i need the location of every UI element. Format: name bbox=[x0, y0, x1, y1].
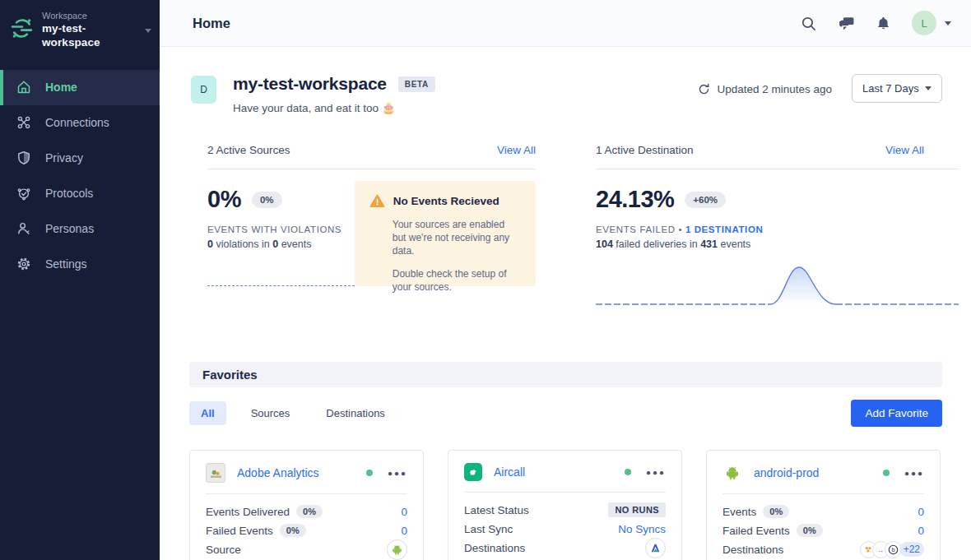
ellipsis-menu-icon[interactable]: ●●● bbox=[388, 469, 407, 478]
row-label: Latest Status bbox=[464, 504, 529, 516]
status-dot bbox=[366, 470, 373, 476]
favorite-card-adobe-analytics: Adobe Analytics ●●● Events Delivered 0% … bbox=[189, 450, 424, 560]
card-title-link[interactable]: Aircall bbox=[494, 465, 625, 479]
protocols-icon bbox=[16, 186, 31, 201]
search-button[interactable] bbox=[800, 15, 817, 32]
events-failed-metric-label: EVENTS FAILED • 1 DESTINATION bbox=[596, 224, 959, 234]
aircall-icon bbox=[464, 463, 482, 481]
row-value-link[interactable]: 0 bbox=[918, 525, 924, 537]
destination-count-link[interactable]: 1 DESTINATION bbox=[685, 224, 763, 234]
row-label: Source bbox=[206, 544, 241, 556]
row-label: Events Delivered bbox=[206, 506, 290, 518]
chat-button[interactable] bbox=[838, 15, 855, 32]
status-dot bbox=[625, 469, 631, 475]
warning-line1: Your sources are enabled but we're not r… bbox=[393, 218, 521, 258]
sidebar-item-label: Home bbox=[45, 81, 77, 94]
card-row: Source bbox=[206, 540, 407, 558]
workspace-switcher[interactable]: Workspace my-test-workspace bbox=[0, 0, 160, 63]
sidebar-item-label: Connections bbox=[45, 116, 109, 129]
row-value-link[interactable]: 0 bbox=[401, 506, 407, 518]
sidebar-item-personas[interactable]: Personas bbox=[0, 211, 160, 247]
segment-logo-icon bbox=[11, 17, 33, 43]
ellipsis-menu-icon[interactable]: ●●● bbox=[646, 468, 666, 477]
no-events-warning: No Events Recieved Your sources are enab… bbox=[355, 181, 536, 286]
events-failed-delta-badge: +60% bbox=[685, 192, 726, 208]
sidebar-item-label: Privacy bbox=[45, 151, 83, 164]
row-badge: 0% bbox=[763, 505, 789, 518]
sources-overview: 2 Active Sources View All 0% 0% EVENTS W… bbox=[207, 144, 536, 311]
sidebar-item-privacy[interactable]: Privacy bbox=[0, 141, 160, 176]
android-icon bbox=[722, 463, 742, 483]
card-row: Last Sync No Syncs bbox=[464, 520, 666, 538]
active-destination-header: 1 Active Destination bbox=[596, 144, 694, 156]
personas-icon bbox=[16, 221, 31, 236]
violations-delta-badge: 0% bbox=[252, 192, 282, 208]
home-icon bbox=[16, 80, 31, 95]
row-badge: 0% bbox=[296, 505, 323, 518]
card-row: Destinations bbox=[464, 539, 666, 557]
card-row: Failed Events 0% 0 bbox=[206, 521, 407, 539]
row-value-link[interactable]: 0 bbox=[401, 525, 407, 537]
favorite-card-android-prod: android-prod ●●● Events 0% 0 Failed Even… bbox=[706, 450, 941, 560]
privacy-icon bbox=[16, 150, 31, 165]
row-label: Destinations bbox=[464, 542, 525, 554]
sidebar-item-settings[interactable]: Settings bbox=[0, 247, 160, 282]
row-value-link[interactable]: 0 bbox=[918, 506, 924, 518]
add-favorite-button[interactable]: Add Favorite bbox=[851, 400, 942, 427]
events-failed-value: 24.13% bbox=[596, 186, 674, 213]
sidebar: Workspace my-test-workspace Home Connect… bbox=[0, 0, 160, 560]
sources-view-all-link[interactable]: View All bbox=[497, 144, 536, 156]
workspace-name: my-test-workspace bbox=[42, 22, 134, 50]
row-label: Failed Events bbox=[722, 525, 790, 537]
aircall-destination-icon[interactable] bbox=[645, 538, 666, 558]
chat-icon bbox=[838, 15, 855, 32]
warning-line2: Double check the setup of your sources. bbox=[393, 267, 521, 294]
card-title-link[interactable]: android-prod bbox=[754, 466, 883, 479]
card-row: Latest Status NO RUNS bbox=[464, 501, 666, 519]
active-sources-header: 2 Active Sources bbox=[207, 144, 290, 156]
row-label: Failed Events bbox=[206, 525, 273, 537]
card-row: Events 0% 0 bbox=[722, 502, 924, 521]
row-value-link[interactable]: No Syncs bbox=[618, 523, 666, 535]
notifications-button[interactable] bbox=[876, 16, 891, 31]
workspace-title: my-test-workspace bbox=[233, 74, 387, 94]
tab-all[interactable]: All bbox=[189, 401, 226, 425]
sidebar-item-protocols[interactable]: Protocols bbox=[0, 176, 160, 211]
user-menu[interactable]: L bbox=[912, 11, 951, 35]
ellipsis-menu-icon[interactable]: ●●● bbox=[904, 469, 924, 478]
row-label: Last Sync bbox=[464, 523, 513, 535]
sidebar-item-label: Personas bbox=[45, 222, 94, 235]
row-badge: 0% bbox=[280, 524, 306, 537]
favorites-section-header: Favorites bbox=[189, 362, 942, 387]
chevron-down-icon bbox=[925, 86, 932, 94]
destinations-view-all-link[interactable]: View All bbox=[885, 144, 924, 156]
refresh-status[interactable]: Updated 2 minutes ago bbox=[698, 83, 832, 95]
sidebar-nav: Home Connections Privacy Protocols Perso… bbox=[0, 70, 160, 282]
card-row: Events Delivered 0% 0 bbox=[206, 502, 407, 521]
events-failed-detail: 104 failed deliveries in 431 events bbox=[596, 238, 959, 250]
search-icon bbox=[800, 15, 817, 32]
violations-stat: 0% 0% EVENTS WITH VIOLATIONS 0 violation… bbox=[207, 181, 355, 286]
favorites-title: Favorites bbox=[202, 368, 258, 382]
avatar: L bbox=[912, 11, 936, 35]
time-range-select[interactable]: Last 7 Days bbox=[852, 74, 942, 103]
violations-detail: 0 violations in 0 events bbox=[207, 238, 355, 250]
tab-sources[interactable]: Sources bbox=[239, 401, 302, 425]
refresh-icon bbox=[698, 83, 710, 95]
sidebar-item-label: Protocols bbox=[45, 187, 93, 200]
android-icon[interactable] bbox=[387, 539, 407, 560]
warning-title: No Events Recieved bbox=[393, 195, 499, 207]
connections-icon bbox=[16, 115, 31, 130]
destination-cluster[interactable]: ‥ b +22 bbox=[860, 541, 924, 558]
tab-destinations[interactable]: Destinations bbox=[314, 401, 397, 425]
card-row: Failed Events 0% 0 bbox=[722, 521, 924, 539]
destinations-overview: 1 Active Destination View All 24.13% +60… bbox=[596, 144, 959, 311]
topbar: Home L bbox=[160, 0, 971, 47]
sidebar-item-connections[interactable]: Connections bbox=[0, 105, 160, 141]
sidebar-item-home[interactable]: Home bbox=[0, 70, 160, 105]
main-content: D my-test-workspace BETA Have your data,… bbox=[160, 47, 971, 560]
workspace-label: Workspace bbox=[42, 11, 134, 22]
card-title-link[interactable]: Adobe Analytics bbox=[237, 466, 366, 479]
time-range-value: Last 7 Days bbox=[862, 82, 919, 95]
more-destinations-badge[interactable]: +22 bbox=[899, 542, 924, 557]
